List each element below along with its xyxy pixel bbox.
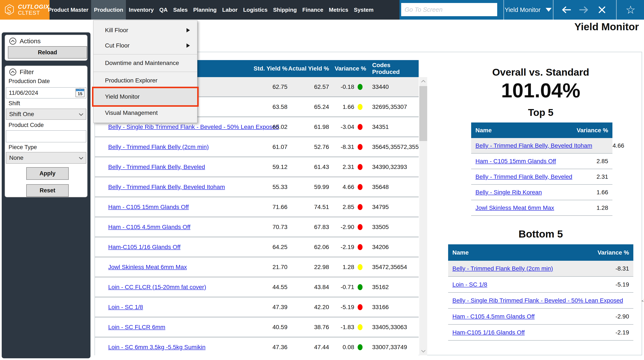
nav-item-product-master[interactable]: Product Master xyxy=(45,0,91,19)
codes-produced-value: 33405,33063 xyxy=(370,324,419,331)
product-link[interactable]: Jowl Skinless Meat 6mm Max xyxy=(95,264,233,271)
actual-yield-value: 42.20 xyxy=(288,304,329,311)
variance-value: -0.71 xyxy=(329,284,354,291)
nav-item-metrics[interactable]: Metrics xyxy=(326,0,351,19)
actual-yield-value: 62.06 xyxy=(288,244,329,250)
nav-item-logistics[interactable]: Logistics xyxy=(240,0,270,19)
chevron-down-icon xyxy=(79,155,84,161)
nav-item-finance[interactable]: Finance xyxy=(300,0,326,19)
top5-variance-header[interactable]: Variance % xyxy=(566,127,608,134)
bottom5-variance-header[interactable]: Variance % xyxy=(586,249,629,256)
back-button[interactable] xyxy=(559,0,573,19)
variance-value: 1.28 xyxy=(576,204,608,211)
menu-item-yield-monitor[interactable]: Yield Monitor xyxy=(94,88,197,105)
topbar-divider xyxy=(616,0,617,19)
scrollbar-thumb[interactable] xyxy=(419,86,427,141)
menu-item-downtime-and-maintenance[interactable]: Downtime and Maintenance xyxy=(94,55,197,71)
variance-status-dot xyxy=(354,84,370,90)
product-link[interactable]: Jowl Skinless Meat 6mm Max xyxy=(476,204,576,211)
apply-button[interactable]: Apply xyxy=(26,167,69,180)
nav-item-production[interactable]: Production xyxy=(91,0,126,19)
screen-selector-dropdown[interactable]: Yield Monitor xyxy=(504,0,552,19)
app-logo: CUTLOGIX CLTEST xyxy=(0,0,50,19)
variance-value: 0.08 xyxy=(329,344,354,351)
scrollbar-up-arrow[interactable] xyxy=(419,77,427,85)
nav-item-system[interactable]: System xyxy=(351,0,376,19)
column-header-variance[interactable]: Variance % xyxy=(329,65,370,72)
product-link[interactable]: Belly - Single Rib Korean xyxy=(476,189,576,196)
forward-button[interactable] xyxy=(577,0,591,19)
variance-value: -5.19 xyxy=(597,281,629,288)
table-scrollbar[interactable] xyxy=(419,77,427,355)
reload-button[interactable]: Reload xyxy=(8,46,87,59)
product-link[interactable]: Loin - SC FLCR 6mm xyxy=(95,324,233,331)
menu-item-label: Kill Floor xyxy=(105,27,128,34)
product-link[interactable]: Belly - Single Rib Trimmed Flank - Bevel… xyxy=(452,297,623,304)
product-link[interactable]: Ham-C105 1/16 Glands Off xyxy=(452,329,597,336)
variance-status-dot xyxy=(354,224,370,230)
bottom5-name-header[interactable]: Name xyxy=(452,249,586,256)
calendar-icon[interactable]: 15 xyxy=(76,89,84,97)
product-link[interactable]: Ham-C105 1/16 Glands Off xyxy=(95,244,233,250)
nav-item-planning[interactable]: Planning xyxy=(190,0,219,19)
variance-value: 4.66 xyxy=(592,142,624,149)
column-header-std-yield[interactable]: Std. Yield % xyxy=(233,65,288,72)
column-header-actual-yield[interactable]: Actual Yield % xyxy=(288,65,329,72)
menu-item-production-explorer[interactable]: Production Explorer xyxy=(94,73,197,88)
piece-type-label: Piece Type xyxy=(8,144,37,151)
codes-produced-value: 34206 xyxy=(370,244,419,250)
close-screen-button[interactable] xyxy=(595,0,609,19)
std-yield-value: 71.66 xyxy=(233,204,288,210)
variance-status-dot xyxy=(354,324,370,330)
actual-yield-value: 47.44 xyxy=(288,344,329,351)
product-link[interactable]: Ham - C105 15mm Glands Off xyxy=(476,158,576,165)
product-link[interactable]: Belly - Trimmed Flank Belly, Beveled xyxy=(95,164,233,171)
reset-button[interactable]: Reset xyxy=(26,184,69,197)
collapse-chevron-icon[interactable] xyxy=(9,68,17,76)
production-date-input[interactable] xyxy=(6,87,86,98)
product-link[interactable]: Loin - SC 1/8 xyxy=(95,304,233,311)
product-code-input[interactable] xyxy=(6,130,86,142)
product-link[interactable]: Ham - C105 4.5mm Glands Off xyxy=(452,313,597,320)
menu-item-visual-management[interactable]: Visual Management xyxy=(94,105,197,121)
variance-value: -8.31 xyxy=(597,265,629,272)
top-navigation-bar: CUTLOGIX CLTEST Product MasterProduction… xyxy=(0,0,644,19)
product-link[interactable]: Belly - Trimmed Flank Belly, Beveled Ito… xyxy=(476,142,592,149)
product-link[interactable]: Belly - Single Rib Trimmed Flank - Bevel… xyxy=(95,124,233,130)
product-link[interactable]: Belly - Trimmed Flank Belly (2cm min) xyxy=(452,265,597,272)
shift-select[interactable]: Shift One xyxy=(6,109,86,120)
menu-item-label: Downtime and Maintenance xyxy=(105,60,179,66)
collapse-chevron-icon[interactable] xyxy=(9,37,17,45)
go-to-screen-input[interactable] xyxy=(401,3,497,16)
std-yield-value: 70.73 xyxy=(233,224,288,230)
forward-arrow-icon xyxy=(579,6,589,14)
yield-monitor-screen: CUTLOGIX CLTEST Product MasterProduction… xyxy=(0,0,644,360)
favorite-button[interactable]: ☆ xyxy=(624,0,638,19)
actions-panel: Actions Reload xyxy=(5,35,88,61)
product-link[interactable]: Loin - SC 6mm 3.5kg -5.5kg Sumikin xyxy=(95,344,233,351)
product-link[interactable]: Ham - C105 15mm Glands Off xyxy=(95,204,233,210)
product-link[interactable]: Belly - Trimmed Flank Belly, Beveled xyxy=(476,174,576,180)
product-link[interactable]: Belly - Trimmed Flank Belly, Beveled Ito… xyxy=(95,184,233,190)
actual-yield-value: 67.83 xyxy=(288,224,329,230)
column-header-codes-produced[interactable]: Codes Produced xyxy=(370,62,419,75)
variance-value: -2.90 xyxy=(597,313,629,320)
product-link[interactable]: Loin - SC 1/8 xyxy=(452,281,597,288)
variance-value: 2.85 xyxy=(329,204,354,210)
product-link[interactable]: Belly - Trimmed Flank Belly (2cm min) xyxy=(95,144,233,150)
product-link[interactable]: Ham - C105 4.5mm Glands Off xyxy=(95,224,233,230)
variance-value: 2.31 xyxy=(329,164,354,171)
product-code-label: Product Code xyxy=(8,122,44,129)
top5-name-header[interactable]: Name xyxy=(476,127,566,134)
piece-type-select[interactable]: None xyxy=(6,152,86,164)
menu-item-kill-floor[interactable]: Kill Floor xyxy=(94,22,197,38)
scrollbar-down-arrow[interactable] xyxy=(419,347,427,355)
nav-item-qa[interactable]: QA xyxy=(157,0,170,19)
product-link[interactable]: Loin - CC FLCR (15-20mm fat cover) xyxy=(95,284,233,291)
nav-item-sales[interactable]: Sales xyxy=(170,0,190,19)
nav-item-shipping[interactable]: Shipping xyxy=(270,0,300,19)
nav-item-inventory[interactable]: Inventory xyxy=(126,0,156,19)
menu-item-cut-floor[interactable]: Cut Floor xyxy=(94,38,197,53)
nav-item-labor[interactable]: Labor xyxy=(219,0,240,19)
yield-table-row: Loin - SC FLCR 6mm40.5938.76-1.8333405,3… xyxy=(95,317,419,338)
